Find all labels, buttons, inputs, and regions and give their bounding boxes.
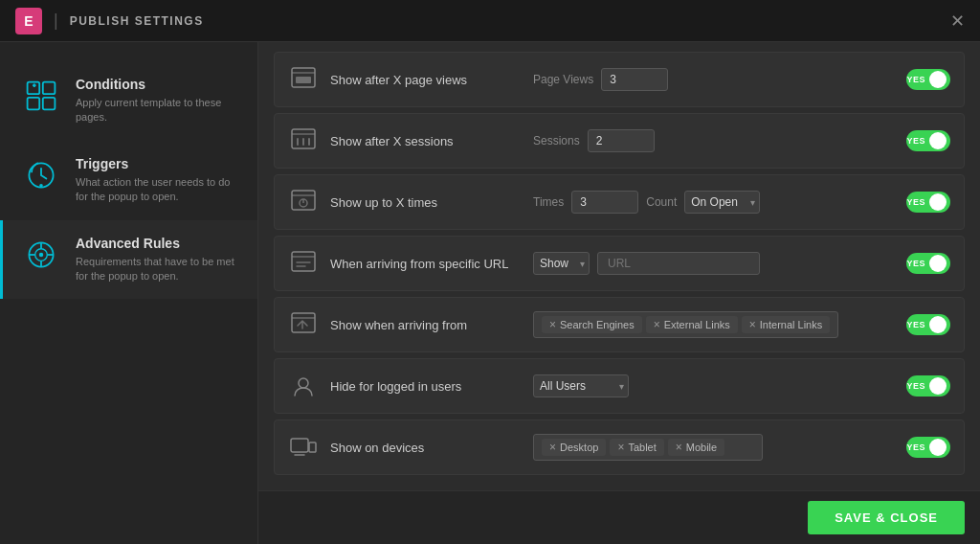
times-input[interactable] [571, 191, 638, 214]
times-label: Show up to X times [330, 195, 522, 210]
devices-label: Show on devices [330, 441, 522, 455]
svg-rect-3 [43, 98, 56, 110]
svg-rect-2 [28, 98, 40, 110]
rule-logged-in: Hide for logged in users All Users Logge… [274, 358, 965, 414]
devices-toggle[interactable]: YES [906, 437, 950, 458]
specific-url-label: When arriving from specific URL [330, 257, 522, 271]
sidebar-conditions-label: Conditions [76, 77, 238, 92]
logged-in-icon [288, 371, 319, 401]
sidebar: Conditions Apply current template to the… [0, 42, 258, 544]
svg-rect-13 [296, 77, 311, 83]
logged-in-toggle[interactable]: YES [906, 375, 950, 397]
elementor-logo: E [15, 8, 42, 34]
page-views-toggle[interactable]: YES [906, 69, 950, 90]
header: E | PUBLISH SETTINGS ✕ [0, 0, 980, 42]
logged-in-select[interactable]: All Users Logged In Logged Out [533, 374, 629, 397]
advanced-rules-icon [22, 236, 60, 274]
page-views-input[interactable] [601, 68, 668, 91]
sidebar-advanced-text: Advanced Rules Requirements that have to… [76, 236, 238, 284]
triggers-icon [22, 156, 60, 194]
rule-times: Show up to X times Times Count On Open O… [274, 174, 965, 230]
devices-icon [288, 432, 319, 463]
tag-tablet[interactable]: Tablet [610, 439, 663, 456]
rule-sessions: Show after X sessions Sessions YES [274, 113, 965, 169]
page-views-label: Show after X page views [330, 73, 522, 87]
arriving-from-tags: Search Engines External Links Internal L… [533, 311, 838, 338]
sidebar-conditions-text: Conditions Apply current template to the… [76, 77, 238, 125]
page-views-icon [288, 64, 319, 95]
count-select[interactable]: On Open On Close [684, 191, 760, 214]
specific-url-toggle[interactable]: YES [906, 253, 950, 274]
rule-page-views: Show after X page views Page Views YES [274, 52, 965, 107]
logged-in-controls: All Users Logged In Logged Out [533, 374, 887, 397]
devices-tags: Desktop Tablet Mobile [533, 434, 763, 461]
rule-specific-url: When arriving from specific URL Show Hid… [274, 236, 965, 291]
svg-point-7 [39, 184, 43, 188]
sessions-icon [288, 125, 319, 156]
rule-devices: Show on devices Desktop Tablet Mobile YE… [274, 419, 965, 475]
main-layout: Conditions Apply current template to the… [0, 42, 980, 544]
count-select-wrapper[interactable]: On Open On Close [684, 191, 760, 214]
svg-point-10 [39, 252, 44, 257]
header-left: E | PUBLISH SETTINGS [15, 8, 204, 34]
sidebar-triggers-desc: What action the user needs to do for the… [76, 175, 238, 205]
times-toggle[interactable]: YES [906, 192, 950, 213]
times-icon [288, 187, 319, 217]
arriving-from-icon [288, 309, 319, 340]
sidebar-triggers-label: Triggers [76, 156, 238, 171]
sessions-controls: Sessions [533, 129, 887, 152]
logged-in-label: Hide for logged in users [330, 379, 522, 394]
tag-desktop[interactable]: Desktop [542, 439, 606, 456]
svg-rect-1 [43, 82, 56, 95]
sessions-field-label: Sessions [533, 134, 580, 147]
rule-arriving-from: Show when arriving from Search Engines E… [274, 297, 965, 352]
sessions-input[interactable] [588, 129, 655, 152]
sidebar-advanced-desc: Requirements that have to be met for the… [76, 255, 238, 284]
sidebar-conditions-desc: Apply current template to these pages. [76, 96, 238, 125]
svg-rect-26 [309, 442, 316, 452]
page-views-field-label: Page Views [533, 73, 593, 86]
header-title: PUBLISH SETTINGS [70, 14, 204, 28]
save-close-button[interactable]: SAVE & CLOSE [808, 501, 965, 534]
content-area: Show after X page views Page Views YES [258, 42, 980, 544]
logged-in-select-wrapper[interactable]: All Users Logged In Logged Out [533, 374, 629, 397]
specific-url-select-wrapper[interactable]: Show Hide [533, 252, 590, 275]
svg-point-24 [299, 378, 308, 388]
arriving-from-toggle[interactable]: YES [906, 314, 950, 335]
count-label: Count [646, 195, 677, 209]
tag-external-links[interactable]: External Links [646, 316, 738, 333]
tag-search-engines[interactable]: Search Engines [542, 316, 642, 333]
sidebar-triggers-text: Triggers What action the user needs to d… [76, 156, 238, 205]
tag-internal-links[interactable]: Internal Links [742, 316, 830, 333]
conditions-icon [22, 77, 60, 115]
close-icon[interactable]: ✕ [950, 11, 965, 32]
footer: SAVE & CLOSE [258, 490, 980, 544]
arriving-from-controls: Search Engines External Links Internal L… [533, 311, 887, 338]
times-controls: Times Count On Open On Close [533, 191, 887, 214]
sessions-label: Show after X sessions [330, 134, 522, 148]
specific-url-icon [288, 248, 319, 279]
page-views-controls: Page Views [533, 68, 887, 91]
tag-mobile[interactable]: Mobile [668, 439, 724, 456]
header-divider: | [54, 11, 58, 31]
svg-rect-25 [291, 439, 308, 452]
svg-rect-20 [292, 252, 315, 271]
times-field-label: Times [533, 195, 564, 209]
sidebar-item-advanced-rules[interactable]: Advanced Rules Requirements that have to… [0, 220, 257, 300]
sidebar-item-triggers[interactable]: Triggers What action the user needs to d… [0, 141, 257, 220]
sidebar-item-conditions[interactable]: Conditions Apply current template to the… [0, 61, 257, 141]
arriving-from-label: Show when arriving from [330, 318, 522, 332]
specific-url-select[interactable]: Show Hide [533, 252, 590, 275]
specific-url-controls: Show Hide [533, 252, 887, 275]
sessions-toggle[interactable]: YES [906, 130, 950, 151]
sidebar-advanced-label: Advanced Rules [76, 236, 238, 251]
devices-controls: Desktop Tablet Mobile [533, 434, 887, 461]
specific-url-input[interactable] [597, 252, 760, 275]
